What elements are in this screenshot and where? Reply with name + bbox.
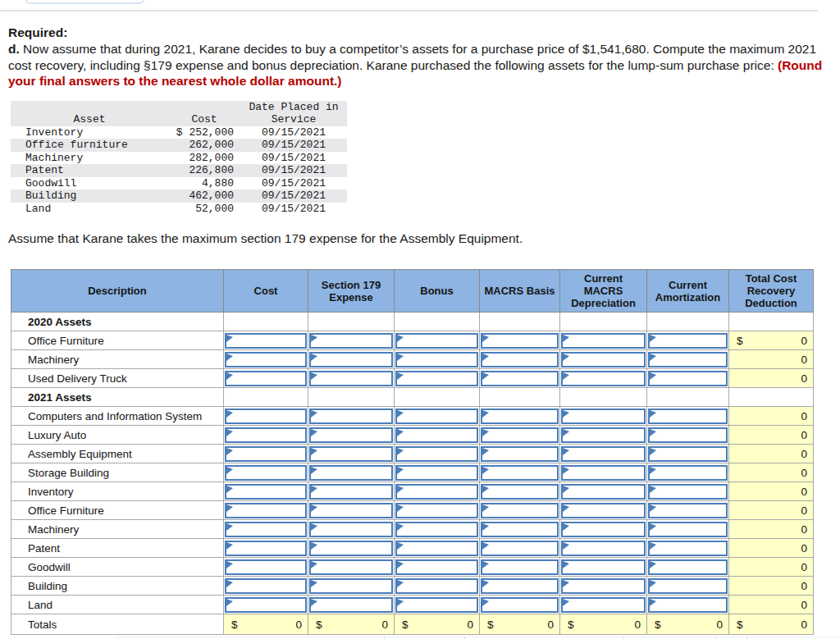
worksheet-asset-row: Land0 [11, 596, 814, 614]
input-bonus[interactable] [395, 465, 478, 481]
input-section179[interactable] [309, 503, 393, 518]
input-macrs-depreciation[interactable] [561, 541, 646, 556]
input-amortization[interactable] [648, 578, 728, 594]
input-cost[interactable] [225, 484, 307, 500]
blank-cell [729, 388, 814, 407]
input-amortization[interactable] [648, 559, 728, 575]
input-macrs-basis[interactable] [481, 465, 559, 481]
input-macrs-depreciation[interactable] [561, 427, 646, 443]
input-macrs-basis[interactable] [481, 484, 559, 500]
input-section179[interactable] [309, 597, 393, 613]
input-bonus[interactable] [395, 559, 478, 575]
input-amortization[interactable] [648, 333, 728, 349]
entry-cell-section179 [308, 520, 395, 539]
input-amortization[interactable] [648, 597, 728, 613]
input-bonus[interactable] [395, 522, 478, 537]
input-bonus[interactable] [395, 446, 478, 462]
input-macrs-basis[interactable] [481, 427, 559, 443]
input-bonus[interactable] [395, 427, 478, 443]
input-cost[interactable] [225, 465, 307, 481]
input-cost[interactable] [225, 371, 307, 386]
input-section179[interactable] [309, 352, 393, 367]
input-amortization[interactable] [648, 427, 728, 443]
input-macrs-basis[interactable] [481, 522, 559, 537]
input-amortization[interactable] [648, 541, 728, 556]
input-macrs-depreciation[interactable] [561, 503, 646, 518]
input-cost[interactable] [225, 333, 307, 349]
input-macrs-depreciation[interactable] [561, 446, 646, 462]
input-bonus[interactable] [395, 352, 478, 367]
input-amortization[interactable] [648, 484, 728, 500]
input-macrs-depreciation[interactable] [561, 333, 646, 349]
input-cost[interactable] [225, 559, 307, 575]
cell-flag-icon [482, 372, 489, 380]
input-macrs-basis[interactable] [481, 409, 559, 424]
input-macrs-basis[interactable] [481, 559, 559, 575]
input-macrs-depreciation[interactable] [561, 352, 646, 367]
input-amortization[interactable] [648, 446, 728, 462]
input-bonus[interactable] [395, 597, 478, 613]
input-section179[interactable] [309, 371, 393, 386]
input-macrs-depreciation[interactable] [561, 522, 646, 537]
dollar-sign: $ [316, 618, 323, 631]
input-section179[interactable] [309, 427, 393, 443]
input-macrs-basis[interactable] [481, 333, 559, 349]
input-macrs-basis[interactable] [481, 446, 559, 462]
entry-cell-amortization [647, 558, 729, 577]
input-section179[interactable] [309, 541, 393, 556]
input-macrs-depreciation[interactable] [561, 371, 646, 386]
input-cost[interactable] [225, 522, 307, 537]
entry-cell-bonus [395, 596, 480, 614]
input-macrs-depreciation[interactable] [561, 409, 646, 424]
input-section179[interactable] [309, 446, 393, 462]
input-macrs-depreciation[interactable] [561, 484, 646, 500]
input-section179[interactable] [309, 578, 393, 594]
cell-flag-icon [311, 523, 317, 531]
input-amortization[interactable] [648, 522, 728, 537]
input-cost[interactable] [225, 597, 307, 613]
input-bonus[interactable] [395, 333, 478, 349]
input-amortization[interactable] [648, 503, 728, 518]
entry-cell-macrs-depreciation [560, 482, 647, 501]
input-section179[interactable] [309, 484, 393, 500]
input-macrs-basis[interactable] [481, 503, 559, 518]
row-label: Luxury Auto [11, 426, 224, 445]
input-bonus[interactable] [395, 371, 478, 386]
input-cost[interactable] [225, 409, 307, 424]
input-section179[interactable] [309, 465, 393, 481]
input-cost[interactable] [225, 446, 307, 462]
input-amortization[interactable] [648, 371, 728, 386]
input-macrs-basis[interactable] [481, 597, 559, 613]
input-macrs-depreciation[interactable] [561, 597, 646, 613]
input-section179[interactable] [309, 559, 393, 575]
input-bonus[interactable] [395, 484, 478, 500]
input-macrs-basis[interactable] [481, 352, 559, 367]
input-macrs-basis[interactable] [481, 371, 559, 386]
input-cost[interactable] [225, 352, 307, 367]
input-bonus[interactable] [395, 541, 478, 556]
input-amortization[interactable] [648, 465, 728, 481]
worksheet-header-row: Description Cost Section 179 Expense Bon… [11, 270, 814, 313]
input-macrs-depreciation[interactable] [561, 465, 646, 481]
input-cost[interactable] [225, 503, 307, 518]
blank-cell [224, 388, 308, 407]
input-macrs-basis[interactable] [481, 541, 559, 556]
input-cost[interactable] [225, 541, 307, 556]
assumption-text: Assume that Karane takes the maximum sec… [8, 230, 832, 247]
input-bonus[interactable] [395, 578, 478, 594]
asset-name: Goodwill [11, 177, 168, 190]
input-amortization[interactable] [648, 409, 728, 424]
input-bonus[interactable] [395, 409, 478, 424]
input-section179[interactable] [309, 333, 393, 349]
input-macrs-depreciation[interactable] [561, 578, 646, 594]
entry-cell-macrs-depreciation [560, 445, 647, 463]
worksheet-asset-row: Used Delivery Truck0 [11, 369, 814, 388]
input-macrs-basis[interactable] [481, 578, 559, 594]
input-macrs-depreciation[interactable] [561, 559, 646, 575]
input-cost[interactable] [225, 427, 307, 443]
input-section179[interactable] [309, 522, 393, 537]
input-bonus[interactable] [395, 503, 478, 518]
input-section179[interactable] [309, 409, 393, 424]
input-amortization[interactable] [648, 352, 728, 367]
input-cost[interactable] [225, 578, 307, 594]
